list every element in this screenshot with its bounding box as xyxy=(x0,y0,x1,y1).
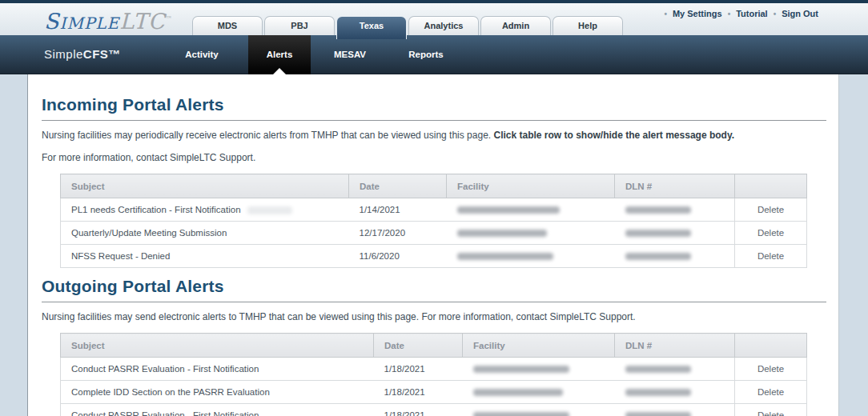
cell-subject: Quarterly/Update Meeting Submission xyxy=(61,222,349,245)
redacted-facility xyxy=(473,389,563,396)
cell-date: 12/17/2020 xyxy=(349,222,447,245)
redacted-dln xyxy=(625,230,691,237)
table-row[interactable]: Complete IDD Section on the PASRR Evalua… xyxy=(61,381,807,404)
cell-subject: Conduct PASRR Evaluation - First Notific… xyxy=(61,358,374,381)
sign-out-link[interactable]: Sign Out xyxy=(782,9,818,18)
bullet-separator: • xyxy=(664,10,667,18)
table-header-row: Subject Date Facility DLN # xyxy=(61,174,807,198)
nav-item-reports[interactable]: Reports xyxy=(400,35,452,74)
outgoing-alerts-table: Subject Date Facility DLN # Conduct PASR… xyxy=(60,333,807,416)
simpleltc-logo: SIMPLELTC™ xyxy=(44,7,173,35)
cell-dln xyxy=(615,245,735,268)
cell-action: Delete xyxy=(735,381,807,404)
cell-facility xyxy=(463,404,615,416)
nav-item-activity[interactable]: Activity xyxy=(178,35,226,74)
incoming-alerts-title: Incoming Portal Alerts xyxy=(42,95,826,114)
table-row[interactable]: Quarterly/Update Meeting Submission 12/1… xyxy=(61,222,807,245)
table-row[interactable]: NFSS Request - Denied 11/6/2020 Delete xyxy=(61,245,807,268)
redacted-facility xyxy=(457,206,560,214)
delete-link[interactable]: Delete xyxy=(757,410,784,416)
cell-dln xyxy=(615,198,735,222)
col-facility: Facility xyxy=(447,174,615,198)
cell-action: Delete xyxy=(735,404,807,416)
table-header-row: Subject Date Facility DLN # xyxy=(61,334,807,358)
incoming-alerts-table: Subject Date Facility DLN # PL1 needs Ce… xyxy=(60,174,807,268)
cell-action: Delete xyxy=(735,245,807,268)
cell-facility xyxy=(447,198,615,222)
user-links: • My Settings • Tutorial • Sign Out xyxy=(664,9,818,18)
divider xyxy=(42,120,826,121)
redacted-dln xyxy=(625,412,691,416)
cell-date: 1/14/2021 xyxy=(349,198,447,222)
delete-link[interactable]: Delete xyxy=(757,387,784,397)
cell-date: 1/18/2021 xyxy=(374,381,463,404)
col-date: Date xyxy=(374,334,463,358)
cell-facility xyxy=(463,358,615,381)
redacted-facility xyxy=(473,412,569,416)
cell-date: 1/18/2021 xyxy=(374,404,463,416)
tutorial-link[interactable]: Tutorial xyxy=(736,9,768,18)
active-tab-notch xyxy=(273,68,286,74)
cell-action: Delete xyxy=(735,358,807,381)
cell-subject: Conduct PASRR Evaluation - First Notific… xyxy=(61,404,374,416)
section-navbar: SimpleCFS™ Activity Alerts MESAV Reports xyxy=(0,35,868,74)
simplecfs-brand: SimpleCFS™ xyxy=(44,47,121,61)
table-row[interactable]: Conduct PASRR Evaluation - First Notific… xyxy=(61,404,807,416)
cell-dln xyxy=(615,358,735,381)
col-date: Date xyxy=(349,174,447,198)
divider xyxy=(42,302,826,302)
outgoing-alerts-title: Outgoing Portal Alerts xyxy=(42,277,826,296)
tab-pbj[interactable]: PBJ xyxy=(264,16,335,35)
cell-subject: Complete IDD Section on the PASRR Evalua… xyxy=(61,381,374,404)
cell-action: Delete xyxy=(735,222,807,245)
col-subject: Subject xyxy=(61,174,349,198)
table-row[interactable]: Conduct PASRR Evaluation - First Notific… xyxy=(61,358,807,381)
cell-action: Delete xyxy=(735,198,807,222)
outgoing-description: Nursing facilities may send electronic a… xyxy=(42,311,826,322)
cell-subject: NFSS Request - Denied xyxy=(61,245,349,268)
redacted-dln xyxy=(625,389,691,396)
bullet-separator: • xyxy=(774,10,777,18)
incoming-description-2: For more information, contact SimpleLTC … xyxy=(42,152,826,163)
col-facility: Facility xyxy=(463,334,615,358)
redacted-dln xyxy=(625,253,691,260)
redacted-facility xyxy=(473,366,569,373)
redacted-dln xyxy=(625,206,691,214)
my-settings-link[interactable]: My Settings xyxy=(673,9,722,18)
col-subject: Subject xyxy=(61,334,374,358)
redacted-text xyxy=(247,206,292,214)
cell-facility xyxy=(447,222,615,245)
delete-link[interactable]: Delete xyxy=(757,364,784,374)
nav-item-alerts[interactable]: Alerts xyxy=(248,35,311,74)
content-area: Incoming Portal Alerts Nursing facilitie… xyxy=(27,74,839,416)
tab-analytics[interactable]: Analytics xyxy=(408,16,479,35)
redacted-dln xyxy=(625,366,691,373)
col-actions xyxy=(735,174,807,198)
cell-facility xyxy=(447,245,615,268)
tab-help[interactable]: Help xyxy=(553,16,623,35)
table-row[interactable]: PL1 needs Certification - First Notifica… xyxy=(61,198,807,222)
redacted-facility xyxy=(457,230,547,237)
nav-alerts-label: Alerts xyxy=(267,50,293,59)
nav-item-mesav[interactable]: MESAV xyxy=(323,35,376,74)
incoming-description: Nursing facilities may periodically rece… xyxy=(42,130,826,141)
cell-date: 1/18/2021 xyxy=(374,358,463,381)
cell-dln xyxy=(615,404,735,416)
cell-facility xyxy=(463,381,615,404)
cell-dln xyxy=(615,222,735,245)
bullet-separator: • xyxy=(728,10,731,18)
delete-link[interactable]: Delete xyxy=(757,251,784,261)
tab-mds[interactable]: MDS xyxy=(192,16,263,35)
col-dln: DLN # xyxy=(615,174,735,198)
app-header: SIMPLELTC™ • My Settings • Tutorial • Si… xyxy=(0,3,868,35)
cell-subject: PL1 needs Certification - First Notifica… xyxy=(61,198,349,222)
delete-link[interactable]: Delete xyxy=(757,228,784,238)
delete-link[interactable]: Delete xyxy=(757,205,784,214)
redacted-facility xyxy=(457,253,553,260)
col-actions xyxy=(735,334,807,358)
tab-admin[interactable]: Admin xyxy=(480,16,551,35)
cell-date: 11/6/2020 xyxy=(349,245,447,268)
tab-texas[interactable]: Texas xyxy=(336,16,407,39)
cell-dln xyxy=(615,381,735,404)
col-dln: DLN # xyxy=(615,334,735,358)
